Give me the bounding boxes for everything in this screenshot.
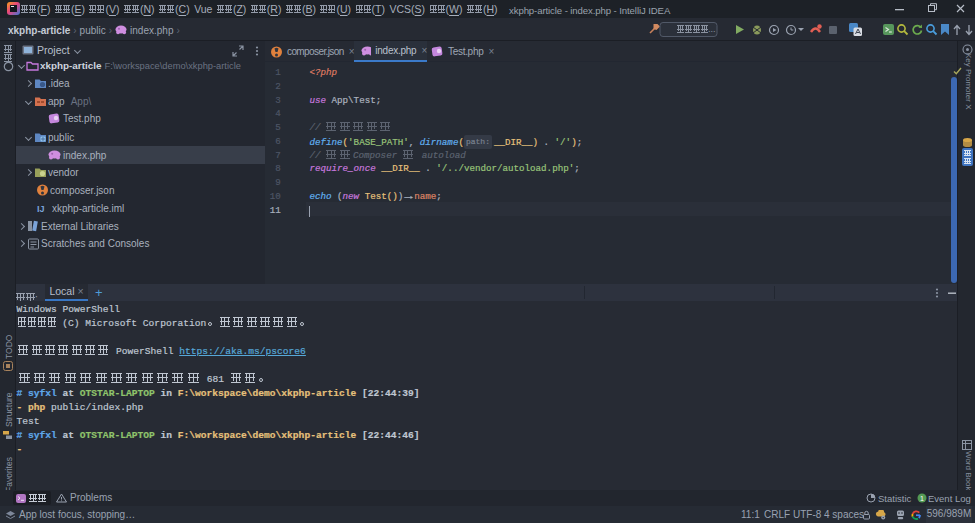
svg-text:1: 1 xyxy=(920,495,924,502)
svg-text:IJ: IJ xyxy=(37,204,45,214)
